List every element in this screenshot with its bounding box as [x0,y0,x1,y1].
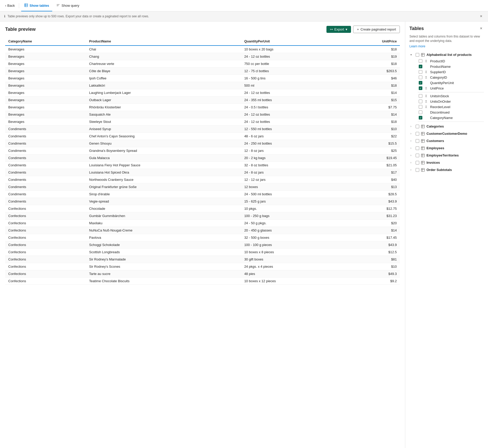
table-cell: $46 [343,75,400,82]
table-row: CondimentsNorthwoods Cranberry Sauce12 -… [5,176,400,183]
chevron-icon: › [410,139,414,142]
table-grid-icon [421,146,425,150]
svg-rect-22 [421,161,424,164]
table-row: BeveragesChang24 - 12 oz bottles$19 [5,53,400,60]
table-cell: 24 - 250 ml bottles [241,140,343,147]
learn-more-link[interactable]: Learn more [409,44,425,48]
show-tables-tab[interactable]: Show tables [21,0,52,11]
back-button[interactable]: ‹ Back [3,3,17,9]
table-cell: Laughing Lumberjack Lager [86,89,241,96]
table-cell: Confections [5,263,86,270]
table-cell: Beverages [5,96,86,104]
table-cell: Gumbär Gummibärchen [86,212,241,220]
tree-table-toggle-employees[interactable]: ›Employees [409,145,484,152]
col-checkbox-discontinued[interactable] [419,110,422,114]
table-cell: 100 - 250 g bags [241,212,343,220]
table-row: ConfectionsGumbär Gummibärchen100 - 250 … [5,212,400,220]
table-cell: Confections [5,212,86,220]
chevron-icon: › [410,132,414,135]
col-item-unitprice[interactable]: ΣUnitPrice [418,86,484,91]
col-checkbox-reorderlevel[interactable] [419,105,422,109]
col-checkbox-productname[interactable] [419,65,422,68]
table-cell: Maxilaku [86,220,241,227]
tree-table-toggle-customers[interactable]: ›Customers [409,137,484,145]
table-cell: Beverages [5,75,86,82]
chevron-icon: › [410,168,414,171]
table-checkbox-categories[interactable] [416,125,419,128]
show-query-tab[interactable]: Show query [53,0,82,11]
col-item-supplierid[interactable]: ΣSupplierID [418,69,484,75]
col-checkbox-unitprice[interactable] [419,86,422,90]
table-cell: 12 - 12 oz jars [241,176,343,183]
table-cell: $263.5 [343,68,400,75]
info-close-button[interactable]: × [478,13,484,19]
column-name: UnitsOnOrder [430,100,451,103]
table-grid-icon [421,132,425,136]
col-checkbox-unitsinstock[interactable] [419,94,422,98]
col-item-quantityperunit[interactable]: QuantityPerUnit [418,80,484,86]
table-cell: Sasquatch Ale [86,111,241,118]
tree-table-toggle-employee-territories[interactable]: ›EmployeeTerritories [409,152,484,159]
table-cell: $7.75 [343,104,400,111]
col-item-unitsonorder[interactable]: ΣUnitsOnOrder [418,99,484,104]
chevron-icon: › [410,147,414,150]
table-checkbox-customer-demo[interactable] [416,132,419,136]
table-cell: 10 pkgs. [241,205,343,212]
col-checkbox-productid[interactable] [419,59,422,63]
table-cell: Condiments [5,169,86,176]
col-checkbox-categoryid[interactable] [419,76,422,79]
table-checkbox-alphabetical-products[interactable] [416,53,419,57]
col-checkbox-supplierid[interactable] [419,70,422,74]
column-name: CategoryName [430,116,453,120]
col-item-discontinued[interactable]: Discontinued [418,110,484,115]
table-cell: 12 - 8 oz jars [241,147,343,154]
chevron-icon: › [410,125,414,128]
column-list: ΣProductIDProductNameΣSupplierIDΣCategor… [409,58,484,122]
col-checkbox-quantityperunit[interactable] [419,81,422,85]
col-checkbox-categoryname[interactable] [419,116,422,120]
table-cell: 48 pies [241,270,343,278]
sigma-icon: Σ [424,87,428,90]
create-paginated-button[interactable]: + Create paginated report [353,26,400,33]
tree-table-toggle-order-subtotals[interactable]: ›Order Subtotals [409,166,484,174]
tree-table-toggle-customer-demo[interactable]: ›CustomerCustomerDemo [409,130,484,137]
tree-table-alphabetical-products: ▾Alphabetical list of productsΣProductID… [409,51,484,122]
data-table-scroll[interactable]: CategoryName ProductName QuantityPerUnit… [5,37,400,285]
panel-close-button[interactable]: × [478,26,484,31]
col-item-unitsinstock[interactable]: ΣUnitsInStock [418,93,484,99]
svg-rect-25 [421,168,424,171]
col-item-productid[interactable]: ΣProductID [418,58,484,64]
table-cell: Rhönbräu Klosterbier [86,104,241,111]
col-item-productname[interactable]: ProductName [418,64,484,69]
col-item-reorderlevel[interactable]: ΣReorderLevel [418,104,484,110]
col-item-categoryid[interactable]: ΣCategoryID [418,75,484,80]
table-checkbox-employees[interactable] [416,146,419,150]
col-checkbox-unitsonorder[interactable] [419,100,422,103]
column-name: ProductID [430,59,445,63]
col-item-categoryname[interactable]: CategoryName [418,115,484,121]
tree-table-toggle-categories[interactable]: ›Categories [409,123,484,130]
table-cell: 24 - 12 oz bottles [241,111,343,118]
table-cell: Beverages [5,111,86,118]
table-cell: Confections [5,205,86,212]
column-separator [418,122,484,122]
export-button[interactable]: ↦ Export ▾ [326,26,351,33]
table-cell: $43.9 [343,241,400,249]
tree-table-invoices: ›Invoices [409,159,484,166]
table-cell: Scottish Longbreads [86,249,241,256]
chevron-icon: › [410,154,414,157]
table-checkbox-customers[interactable] [416,139,419,143]
tree-table-toggle-invoices[interactable]: ›Invoices [409,159,484,166]
table-cell: Lakkaliköri [86,82,241,89]
column-name: CategoryID [430,76,447,79]
table-cell: Chocolade [86,205,241,212]
svg-rect-16 [421,147,424,150]
table-cell: Confections [5,270,86,278]
table-cell: Condiments [5,191,86,198]
table-checkbox-order-subtotals[interactable] [416,168,419,172]
table-checkbox-invoices[interactable] [416,161,419,165]
table-cell: Pavlova [86,234,241,241]
table-cell: 32 - 500 g boxes [241,234,343,241]
table-checkbox-employee-territories[interactable] [416,154,419,157]
tree-table-toggle-alphabetical-products[interactable]: ▾Alphabetical list of products [409,51,484,58]
